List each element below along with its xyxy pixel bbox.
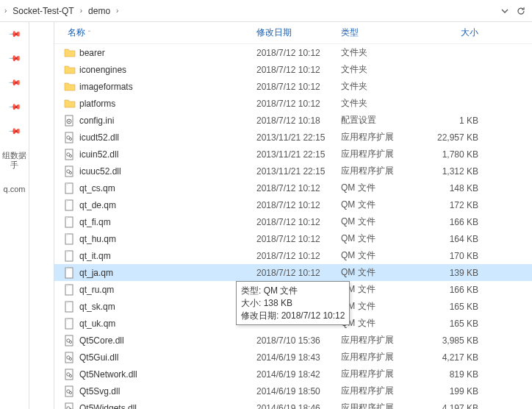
file-name: qt_it.qm — [79, 251, 256, 261]
dropdown-button[interactable] — [497, 3, 513, 19]
qm-icon — [63, 232, 76, 246]
file-type: 文件夹 — [341, 97, 425, 110]
file-row[interactable]: qt_fi.qm2018/7/12 10:12QM 文件166 KB — [54, 213, 532, 230]
file-row[interactable]: qt_it.qm2018/7/12 10:12QM 文件170 KB — [54, 247, 532, 264]
chevron-right-icon: › — [79, 7, 84, 15]
file-size: 4,197 KB — [425, 403, 492, 410]
file-date: 2014/6/19 18:42 — [256, 369, 341, 380]
svg-rect-12 — [65, 183, 73, 193]
file-date: 2014/6/19 18:50 — [256, 386, 341, 396]
file-row[interactable]: icuuc52.dll2013/11/21 22:15应用程序扩展1,312 K… — [54, 163, 532, 179]
ini-icon — [63, 114, 76, 127]
file-type: 应用程序扩展 — [341, 402, 425, 409]
svg-rect-14 — [65, 217, 73, 227]
dll-icon — [63, 165, 76, 178]
folder-icon — [63, 63, 76, 77]
quick-label[interactable]: q.com — [4, 185, 26, 194]
file-date: 2013/11/21 22:15 — [256, 132, 341, 143]
column-header-row: 名称ˇ 修改日期 类型 大小 — [54, 22, 532, 44]
file-size: 139 KB — [425, 268, 492, 278]
quick-label[interactable]: 组数据手 — [0, 151, 29, 170]
file-row[interactable]: iconengines2018/7/12 10:12文件夹 — [54, 61, 532, 78]
svg-rect-13 — [65, 200, 73, 210]
breadcrumb-crumb[interactable]: demo — [84, 6, 115, 16]
file-name: Qt5Widgets.dll — [79, 403, 256, 410]
column-header-date[interactable]: 修改日期 — [256, 26, 341, 39]
file-row[interactable]: qt_uk.qmQM 文件165 KB — [54, 315, 532, 332]
file-row[interactable]: config.ini2018/7/12 10:18配置设置1 KB — [54, 112, 532, 129]
file-date: 2018/7/12 10:12 — [256, 268, 341, 278]
breadcrumb[interactable]: › Socket-Test-QT › demo › — [0, 0, 532, 22]
file-row[interactable]: qt_ja.qm2018/7/12 10:12QM 文件139 KB — [54, 264, 532, 281]
file-type: 应用程序扩展 — [341, 368, 425, 380]
file-type: QM 文件 — [341, 199, 425, 211]
column-header-type[interactable]: 类型 — [341, 26, 425, 39]
file-row[interactable]: Qt5Gui.dll2014/6/19 18:43应用程序扩展4,217 KB — [54, 349, 532, 366]
svg-rect-16 — [65, 251, 73, 261]
file-row[interactable]: Qt5Core.dll2018/7/10 15:36应用程序扩展3,985 KB — [54, 332, 532, 349]
column-header-name[interactable]: 名称ˇ — [63, 26, 256, 39]
file-row[interactable]: qt_sk.qmQM 文件165 KB — [54, 298, 532, 315]
file-date: 2018/7/12 10:12 — [256, 200, 341, 210]
file-date: 2018/7/12 10:12 — [256, 48, 341, 58]
file-row[interactable]: icuin52.dll2013/11/21 22:15应用程序扩展1,780 K… — [54, 146, 532, 163]
file-row[interactable]: imageformats2018/7/12 10:12文件夹 — [54, 78, 532, 95]
qm-icon — [63, 216, 76, 229]
refresh-button[interactable] — [513, 3, 529, 19]
file-type: 文件夹 — [341, 80, 425, 93]
file-type: 文件夹 — [341, 46, 425, 59]
qm-icon — [63, 300, 76, 313]
file-type: 应用程序扩展 — [341, 165, 425, 177]
file-row[interactable]: platforms2018/7/12 10:12文件夹 — [54, 95, 532, 112]
file-size: 3,985 KB — [425, 335, 492, 346]
pin-icon[interactable]: 📌 — [7, 100, 21, 114]
file-date: 2018/7/10 15:36 — [256, 335, 341, 346]
svg-point-2 — [68, 121, 70, 122]
file-size: 164 KB — [425, 234, 492, 244]
file-name: qt_uk.qm — [79, 319, 256, 329]
file-row[interactable]: Qt5Widgets.dll2014/6/19 18:46应用程序扩展4,197… — [54, 399, 532, 409]
file-date: 2018/7/12 10:12 — [256, 251, 341, 261]
file-size: 170 KB — [425, 251, 492, 261]
pin-icon[interactable]: 📌 — [7, 124, 21, 138]
file-size: 172 KB — [425, 200, 492, 210]
file-type: QM 文件 — [341, 300, 425, 313]
dll-icon — [63, 148, 76, 161]
file-type: QM 文件 — [341, 182, 425, 194]
folder-icon — [63, 97, 76, 110]
svg-rect-19 — [65, 302, 73, 312]
qm-icon — [63, 199, 76, 212]
dll-icon — [63, 131, 76, 144]
file-name: config.ini — [79, 115, 256, 126]
dll-icon — [63, 368, 76, 381]
column-header-size[interactable]: 大小 — [425, 26, 492, 39]
file-name: bearer — [79, 48, 256, 58]
file-type: 应用程序扩展 — [341, 385, 425, 397]
file-name: icudt52.dll — [79, 132, 256, 143]
tree-pane — [29, 22, 54, 409]
breadcrumb-crumb[interactable]: Socket-Test-QT — [8, 6, 78, 16]
file-row[interactable]: qt_de.qm2018/7/12 10:12QM 文件172 KB — [54, 196, 532, 213]
file-type: 文件夹 — [341, 63, 425, 76]
file-row[interactable]: Qt5Network.dll2014/6/19 18:42应用程序扩展819 K… — [54, 366, 532, 383]
pin-icon[interactable]: 📌 — [7, 76, 21, 90]
file-size: 1,780 KB — [425, 149, 492, 160]
folder-icon — [63, 46, 76, 60]
dll-icon — [63, 402, 76, 410]
file-row[interactable]: icudt52.dll2013/11/21 22:15应用程序扩展22,957 … — [54, 129, 532, 146]
file-type: 应用程序扩展 — [341, 148, 425, 160]
dll-icon — [63, 385, 76, 398]
file-date: 2013/11/21 22:15 — [256, 149, 341, 160]
file-size: 4,217 KB — [425, 352, 492, 363]
file-row[interactable]: Qt5Svg.dll2014/6/19 18:50应用程序扩展199 KB — [54, 383, 532, 399]
file-row[interactable]: qt_cs.qm2018/7/12 10:12QM 文件148 KB — [54, 179, 532, 196]
file-row[interactable]: qt_ru.qmQM 文件166 KB — [54, 281, 532, 298]
chevron-right-icon: › — [115, 7, 120, 15]
file-type: QM 文件 — [341, 266, 425, 279]
file-name: imageformats — [79, 82, 256, 92]
pin-icon[interactable]: 📌 — [7, 51, 21, 65]
file-row[interactable]: bearer2018/7/12 10:12文件夹 — [54, 44, 532, 61]
file-date: 2018/7/12 10:12 — [256, 217, 341, 227]
file-row[interactable]: qt_hu.qm2018/7/12 10:12QM 文件164 KB — [54, 230, 532, 247]
pin-icon[interactable]: 📌 — [7, 27, 21, 41]
